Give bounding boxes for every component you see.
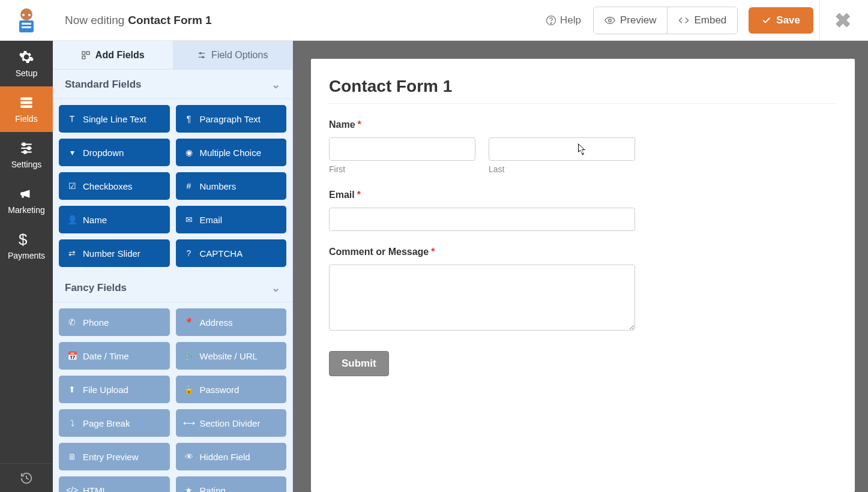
svg-rect-10 — [20, 101, 32, 104]
hash-icon: # — [184, 181, 194, 191]
field-section-divider[interactable]: ⟷Section Divider — [176, 409, 287, 437]
help-icon — [546, 15, 556, 26]
svg-rect-4 — [22, 23, 31, 25]
field-paragraph-text[interactable]: ¶Paragraph Text — [176, 105, 287, 133]
field-label: Date / Time — [83, 351, 129, 361]
sidebar-tabs: Add Fields Field Options — [53, 41, 292, 70]
field-email[interactable]: ✉Email — [176, 206, 287, 233]
first-name-sublabel: First — [329, 164, 475, 174]
message-textarea[interactable] — [329, 265, 635, 331]
field-entry-preview[interactable]: 🗎Entry Preview — [59, 443, 170, 470]
tab-field-options[interactable]: Field Options — [173, 41, 293, 69]
form-title: Contact Form 1 — [329, 77, 837, 104]
topbar: Now editing Contact Form 1 Help Preview … — [0, 0, 868, 41]
standard-fields-grid: TSingle Line Text ¶Paragraph Text ▾Dropd… — [53, 99, 292, 271]
eye-icon — [604, 15, 615, 26]
field-label: CAPTCHA — [200, 248, 243, 259]
field-page-break[interactable]: ⤵Page Break — [59, 409, 170, 437]
save-button[interactable]: Save — [749, 7, 813, 34]
history-button[interactable] — [0, 463, 53, 492]
nav-settings[interactable]: Settings — [0, 132, 53, 178]
form-field-message[interactable]: Comment or Message * — [329, 247, 635, 333]
svg-point-8 — [609, 19, 612, 22]
embed-button[interactable]: Embed — [667, 7, 737, 34]
svg-rect-5 — [22, 26, 31, 28]
field-rating[interactable]: ★Rating — [176, 476, 287, 492]
phone-icon: ✆ — [67, 317, 77, 327]
help-link[interactable]: Help — [546, 14, 581, 26]
name-label: Name — [329, 119, 355, 130]
bullhorn-icon — [19, 186, 34, 202]
svg-point-17 — [24, 151, 26, 153]
email-input[interactable] — [329, 208, 635, 231]
section-standard-fields[interactable]: Standard Fields ⌄ — [53, 70, 292, 99]
svg-point-1 — [22, 14, 25, 16]
nav-payments-label: Payments — [8, 251, 45, 260]
field-label: Hidden Field — [200, 452, 250, 462]
field-label: Paragraph Text — [200, 114, 261, 124]
grid-icon — [81, 50, 91, 60]
field-password[interactable]: 🔒Password — [176, 376, 287, 403]
field-label: Address — [200, 317, 233, 328]
pin-icon: 📍 — [184, 317, 194, 327]
nav-settings-label: Settings — [11, 160, 42, 169]
nav-payments[interactable]: $ Payments — [0, 223, 53, 269]
field-name[interactable]: 👤Name — [59, 206, 170, 233]
envelope-icon: ✉ — [184, 215, 194, 224]
now-editing: Now editing Contact Form 1 — [65, 14, 212, 27]
first-name-input[interactable] — [329, 137, 475, 161]
close-button[interactable]: ✖ — [819, 0, 860, 41]
submit-button[interactable]: Submit — [329, 351, 389, 376]
sidebar: Add Fields Field Options Standard Fields… — [53, 41, 293, 492]
section-fancy-fields[interactable]: Fancy Fields ⌄ — [53, 273, 292, 302]
field-label: Multiple Choice — [200, 148, 262, 158]
field-label: Number Slider — [83, 248, 140, 259]
sliders-icon: ⇄ — [67, 248, 77, 258]
field-label: Password — [200, 385, 240, 395]
field-date-time[interactable]: 📅Date / Time — [59, 342, 170, 370]
field-label: File Upload — [83, 385, 128, 395]
nav-fields-label: Fields — [15, 114, 37, 124]
wpforms-logo-icon — [12, 6, 41, 35]
field-phone[interactable]: ✆Phone — [59, 308, 170, 336]
eye-off-icon: 👁 — [184, 452, 194, 461]
field-single-line-text[interactable]: TSingle Line Text — [59, 105, 170, 133]
field-captcha[interactable]: ?CAPTCHA — [176, 239, 287, 267]
pagebreak-icon: ⤵ — [67, 418, 77, 428]
preview-label: Preview — [620, 14, 656, 26]
preview-button[interactable]: Preview — [594, 7, 667, 34]
now-editing-prefix: Now editing — [65, 14, 124, 27]
nav-fields[interactable]: Fields — [0, 86, 53, 132]
tab-add-fields[interactable]: Add Fields — [53, 41, 173, 69]
form-icon — [19, 95, 34, 110]
last-name-input[interactable] — [489, 137, 635, 161]
field-label: Entry Preview — [83, 452, 139, 462]
field-number-slider[interactable]: ⇄Number Slider — [59, 239, 170, 267]
form-card[interactable]: Contact Form 1 Name * First Last — [311, 59, 855, 492]
field-checkboxes[interactable]: ☑Checkboxes — [59, 172, 170, 200]
field-label: Section Divider — [200, 418, 261, 428]
calendar-icon: 📅 — [67, 351, 77, 361]
field-dropdown[interactable]: ▾Dropdown — [59, 139, 170, 166]
nav-marketing[interactable]: Marketing — [0, 178, 53, 223]
lock-icon: 🔒 — [184, 385, 194, 394]
field-file-upload[interactable]: ⬆File Upload — [59, 376, 170, 403]
form-field-email[interactable]: Email * — [329, 190, 635, 231]
gear-icon — [19, 49, 34, 65]
preview-icon: 🗎 — [67, 452, 77, 461]
nav-setup[interactable]: Setup — [0, 41, 53, 86]
field-label: Rating — [200, 485, 226, 493]
field-label: Website / URL — [200, 351, 258, 361]
section-standard-fields-label: Standard Fields — [65, 79, 142, 91]
field-address[interactable]: 📍Address — [176, 308, 287, 336]
field-numbers[interactable]: #Numbers — [176, 172, 287, 200]
upload-icon: ⬆ — [67, 385, 77, 394]
form-field-name[interactable]: Name * First Last — [329, 119, 635, 174]
check-icon — [762, 16, 771, 25]
field-website-url[interactable]: 🔗Website / URL — [176, 342, 287, 370]
field-hidden-field[interactable]: 👁Hidden Field — [176, 443, 287, 470]
tab-add-fields-label: Add Fields — [95, 50, 145, 61]
field-multiple-choice[interactable]: ◉Multiple Choice — [176, 139, 287, 166]
field-html[interactable]: </>HTML — [59, 476, 170, 492]
nav-marketing-label: Marketing — [8, 205, 44, 215]
